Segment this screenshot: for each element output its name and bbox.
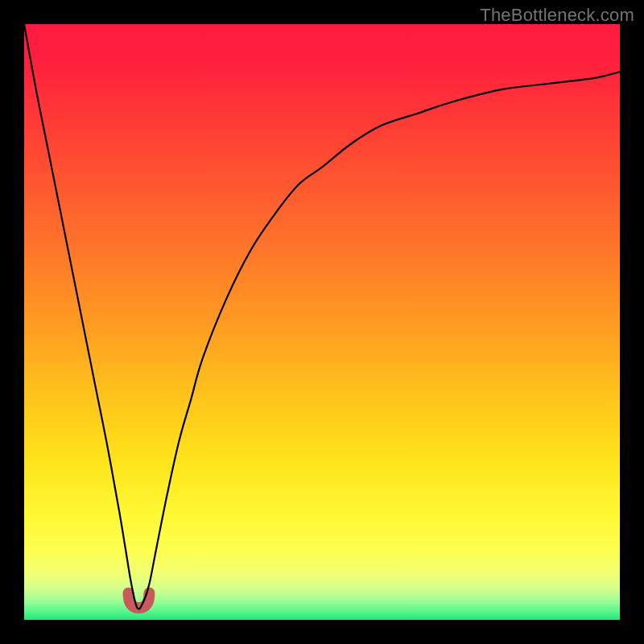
heat-gradient-background: [24, 24, 620, 620]
chart-frame: TheBottleneck.com: [0, 0, 644, 644]
watermark-text: TheBottleneck.com: [480, 5, 634, 26]
gradient-rect: [24, 24, 620, 620]
plot-area: [24, 24, 620, 620]
